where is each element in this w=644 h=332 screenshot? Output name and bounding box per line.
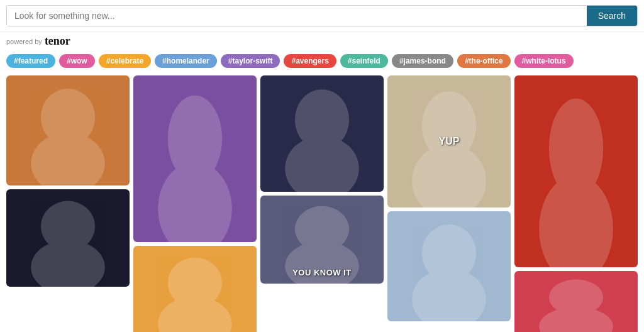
svg-point-13 bbox=[412, 144, 486, 208]
tags-row: #featured#wow#celebrate#homelander#taylo… bbox=[0, 50, 644, 72]
search-input[interactable] bbox=[7, 6, 587, 26]
tag-pill[interactable]: #white-lotus bbox=[514, 54, 574, 68]
gif-item[interactable] bbox=[133, 75, 257, 242]
tenor-branding: powered by tenor bbox=[0, 32, 644, 50]
gif-item[interactable] bbox=[387, 211, 511, 321]
svg-point-5 bbox=[158, 162, 232, 242]
gif-column-2: YOU KNOW IT bbox=[260, 75, 384, 332]
svg-point-9 bbox=[285, 136, 359, 192]
gif-column-3: YUP bbox=[387, 75, 511, 332]
tag-pill[interactable]: #celebrate bbox=[99, 54, 151, 68]
gif-item[interactable]: YUP bbox=[387, 75, 511, 208]
search-button[interactable]: Search bbox=[587, 6, 637, 26]
gif-overlay-text: YOU KNOW IT bbox=[292, 268, 352, 277]
svg-point-15 bbox=[412, 268, 486, 321]
tag-pill[interactable]: #taylor-swift bbox=[221, 54, 280, 68]
powered-by-label: powered by bbox=[6, 38, 42, 45]
header: Search bbox=[0, 0, 644, 32]
gif-item[interactable]: YOU KNOW IT bbox=[260, 196, 384, 284]
gif-item[interactable] bbox=[260, 75, 384, 192]
search-bar: Search bbox=[6, 5, 638, 26]
tenor-logo: tenor bbox=[45, 35, 70, 48]
tag-pill[interactable]: #avengers bbox=[284, 54, 336, 68]
tag-pill[interactable]: #james-bond bbox=[392, 54, 453, 68]
tag-pill[interactable]: #seinfeld bbox=[340, 54, 388, 68]
svg-point-1 bbox=[31, 133, 105, 185]
gif-item[interactable] bbox=[6, 189, 130, 287]
tag-pill[interactable]: #featured bbox=[6, 54, 55, 68]
gif-item[interactable] bbox=[133, 246, 257, 332]
gif-column-0 bbox=[6, 75, 130, 332]
gif-item[interactable] bbox=[514, 271, 638, 332]
gif-item[interactable] bbox=[6, 75, 130, 185]
gif-item[interactable] bbox=[514, 75, 638, 267]
svg-point-17 bbox=[539, 175, 613, 267]
tag-pill[interactable]: #homelander bbox=[155, 54, 217, 68]
tag-pill[interactable]: #wow bbox=[59, 54, 95, 68]
svg-point-3 bbox=[31, 240, 105, 287]
gif-overlay-text: YUP bbox=[439, 136, 460, 147]
svg-point-19 bbox=[539, 307, 613, 332]
gif-column-1 bbox=[133, 75, 257, 332]
gif-column-4 bbox=[514, 75, 638, 332]
gif-grid: YOU KNOW ITYUP bbox=[0, 72, 644, 332]
svg-point-7 bbox=[158, 297, 232, 332]
tag-pill[interactable]: #the-office bbox=[457, 54, 511, 68]
